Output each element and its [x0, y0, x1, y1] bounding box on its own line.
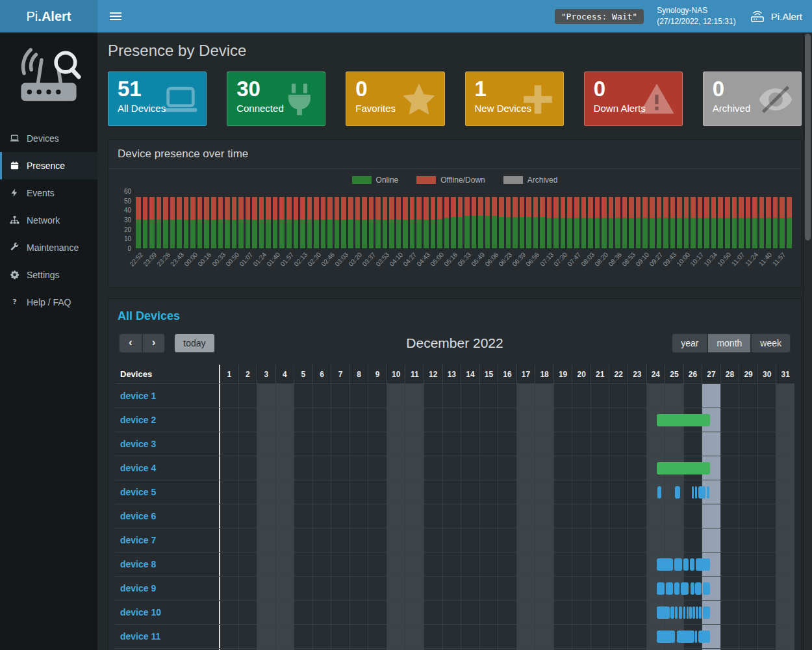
prev-month-button[interactable]: ‹ — [119, 333, 142, 353]
sidebar-item-maintenance[interactable]: Maintenance — [0, 234, 97, 261]
chart-bar — [663, 191, 668, 248]
x-axis-label: 09:27 — [648, 251, 664, 268]
sidebar-item-settings[interactable]: Settings — [0, 261, 97, 289]
online-segment — [595, 218, 600, 248]
offline-segment — [547, 197, 552, 218]
x-axis-label: 09:10 — [634, 251, 650, 268]
sidebar-item-help-faq[interactable]: ?Help / FAQ — [0, 289, 97, 316]
day-cell-30 — [757, 528, 776, 552]
day-cell-13 — [442, 504, 461, 528]
page-scrollbar[interactable] — [803, 32, 812, 650]
day-cell-16 — [498, 480, 516, 504]
day-cell-19 — [553, 625, 572, 648]
online-segment — [698, 218, 703, 248]
day-cell-11 — [405, 456, 424, 480]
nav-app-brand[interactable]: Pi.Alert — [749, 8, 802, 24]
network-icon — [10, 215, 20, 226]
offline-segment — [410, 197, 415, 220]
day-cell-22 — [609, 552, 628, 576]
device-link-device-9[interactable]: device 9 — [120, 583, 156, 593]
sidebar-item-network[interactable]: Network — [0, 207, 97, 234]
day-cell-24 — [646, 384, 665, 408]
view-button-week[interactable]: week — [751, 333, 791, 353]
laptop-icon — [162, 81, 199, 118]
chart-bar — [787, 191, 792, 248]
device-link-device-11[interactable]: device 11 — [120, 631, 160, 642]
day-cell-19 — [553, 432, 572, 456]
day-cell-19 — [553, 480, 572, 504]
offline-segment — [273, 197, 278, 220]
summary-card-archived[interactable]: 0Archived — [703, 72, 802, 126]
day-grid — [220, 528, 794, 552]
presence-bar — [657, 606, 670, 619]
day-cell-12 — [424, 456, 442, 480]
x-axis-label: 05:33 — [457, 251, 473, 268]
summary-card-down-alerts[interactable]: 0Down Alerts — [584, 72, 683, 126]
brand-logo[interactable]: Pi.Alert — [0, 0, 97, 32]
day-cell-10 — [387, 456, 405, 480]
device-name-cell: device 10 — [115, 601, 220, 624]
day-cell-28 — [720, 528, 739, 552]
device-link-device-3[interactable]: device 3 — [120, 439, 156, 449]
day-header-20: 20 — [572, 365, 590, 384]
today-button[interactable]: today — [174, 333, 214, 353]
device-link-device-4[interactable]: device 4 — [120, 463, 156, 473]
online-segment — [485, 216, 490, 248]
summary-card-all-devices[interactable]: 51All Devices — [108, 72, 207, 126]
day-cell-5 — [294, 625, 312, 648]
day-cell-17 — [516, 504, 535, 528]
day-cell-31 — [776, 408, 794, 432]
presence-bar — [695, 582, 702, 595]
x-axis-label: 00:00 — [183, 251, 199, 268]
chart-bar — [746, 191, 751, 248]
day-cell-31 — [776, 504, 794, 528]
view-button-year[interactable]: year — [672, 333, 707, 353]
online-segment — [657, 218, 662, 248]
day-cell-29 — [739, 480, 757, 504]
device-link-device-5[interactable]: device 5 — [120, 487, 156, 497]
online-segment — [437, 219, 442, 248]
day-cell-18 — [535, 528, 553, 552]
day-cell-15 — [479, 408, 498, 432]
chart-bar — [321, 191, 326, 248]
view-button-month[interactable]: month — [707, 333, 751, 353]
offline-segment — [691, 197, 696, 218]
next-month-button[interactable]: › — [142, 333, 166, 353]
online-segment — [533, 217, 539, 248]
sidebar-toggle-button[interactable] — [107, 8, 124, 24]
calendar-header-row: Devices123456789101112131415161718192021… — [115, 365, 794, 384]
day-cell-28 — [720, 625, 739, 648]
day-header-23: 23 — [628, 365, 646, 384]
online-segment — [602, 218, 607, 248]
online-segment — [458, 217, 463, 248]
day-header-2: 2 — [238, 365, 257, 384]
presence-bar — [677, 630, 694, 643]
device-link-device-2[interactable]: device 2 — [120, 415, 156, 425]
summary-card-connected[interactable]: 30Connected — [227, 72, 325, 126]
offline-segment — [567, 197, 572, 218]
device-link-device-7[interactable]: device 7 — [120, 535, 156, 545]
day-cell-12 — [424, 528, 442, 552]
legend-online: Online — [352, 176, 399, 185]
summary-card-new-devices[interactable]: 1New Devices — [465, 72, 564, 126]
device-link-device-8[interactable]: device 8 — [120, 559, 156, 569]
x-axis-label: 03:20 — [347, 251, 363, 268]
device-link-device-6[interactable]: device 6 — [120, 511, 156, 521]
online-segment — [403, 220, 408, 248]
chart-plot-area — [136, 191, 792, 248]
sidebar-item-devices[interactable]: Devices — [0, 125, 97, 152]
device-name-cell: device 4 — [115, 456, 220, 480]
device-link-device-1[interactable]: device 1 — [120, 391, 156, 401]
sidebar-item-presence[interactable]: Presence — [0, 152, 97, 179]
device-link-device-10[interactable]: device 10 — [120, 607, 161, 618]
chart-bar — [327, 191, 333, 248]
online-segment — [225, 220, 230, 248]
sidebar-item-events[interactable]: Events — [0, 179, 97, 207]
day-cell-31 — [776, 601, 794, 624]
summary-card-favorites[interactable]: 0Favorites — [346, 72, 444, 126]
online-segment — [746, 218, 751, 248]
day-cell-3 — [257, 504, 275, 528]
day-cell-17 — [516, 480, 535, 504]
offline-segment — [170, 197, 175, 220]
scrollbar-thumb[interactable] — [805, 34, 811, 240]
